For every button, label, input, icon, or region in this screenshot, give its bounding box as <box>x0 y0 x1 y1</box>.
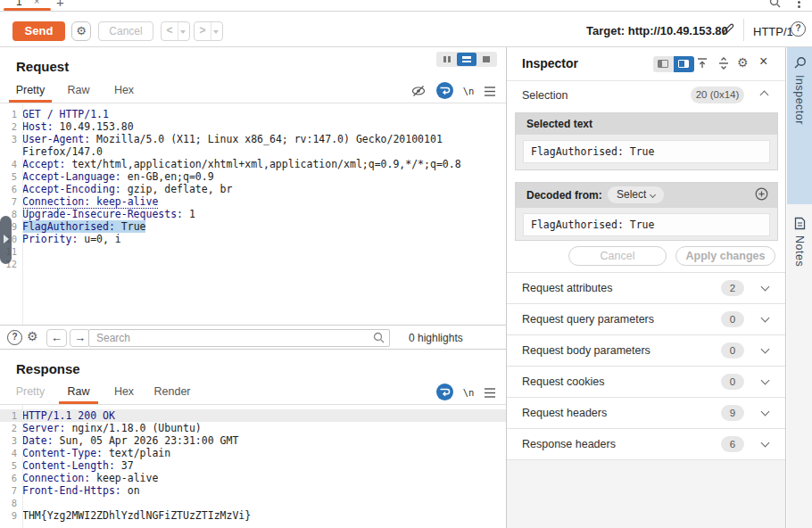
close-tab-icon[interactable]: × <box>34 0 39 6</box>
chevron-down-icon[interactable] <box>761 376 770 385</box>
new-tab-button[interactable]: + <box>56 0 64 10</box>
response-tab-pretty[interactable]: Pretty <box>9 381 52 404</box>
code-line: 4Content-Type: text/plain <box>0 447 506 459</box>
search-settings-icon[interactable]: ⚙ <box>27 329 38 343</box>
section-count-badge: 9 <box>721 405 744 421</box>
soft-wrap-icon[interactable] <box>435 82 454 100</box>
selected-text-value[interactable]: FlagAuthorised: True <box>523 140 770 163</box>
line-number: 4 <box>0 158 22 170</box>
next-dropdown-icon[interactable] <box>213 30 219 34</box>
chevron-down-icon[interactable] <box>761 408 770 417</box>
decoded-from-select[interactable]: Select <box>608 186 664 203</box>
chevron-down-icon[interactable] <box>761 345 770 354</box>
add-decoding-icon[interactable] <box>755 187 768 201</box>
request-tab-hex[interactable]: Hex <box>105 79 143 103</box>
section-count-badge: 6 <box>721 436 744 452</box>
inspector-section-request-query-parameters[interactable]: Request query parameters0 <box>507 303 785 334</box>
code-line: 5Accept-Language: en-GB,en;q=0.9 <box>0 170 506 183</box>
code-line: 4Accept: text/html,application/xhtml+xml… <box>0 158 506 170</box>
expand-all-icon[interactable] <box>717 57 730 70</box>
inspector-section-request-headers[interactable]: Request headers9 <box>507 397 785 428</box>
code-line: 6Accept-Encoding: gzip, deflate, br <box>0 183 506 195</box>
line-number: 6 <box>0 472 22 484</box>
hide-nonprintable-icon[interactable] <box>409 82 428 100</box>
code-line: 11 <box>0 245 506 258</box>
response-tab-raw[interactable]: Raw <box>59 381 98 404</box>
updated-header-underline: Connection: keep-alive <box>22 195 158 209</box>
selection-gutter-marker[interactable] <box>0 216 12 264</box>
panel-layout-switcher <box>436 52 497 67</box>
inspector-section-request-attributes[interactable]: Request attributes2 <box>507 272 785 303</box>
search-help-icon[interactable]: ? <box>7 330 22 345</box>
apply-changes-button[interactable]: Apply changes <box>675 246 775 266</box>
collapse-all-icon[interactable] <box>696 57 708 70</box>
show-newlines-icon[interactable]: \n <box>459 384 478 401</box>
section-count-badge: 0 <box>721 374 744 390</box>
side-tab-notes-label: Notes <box>793 235 806 267</box>
selection-label: Selection <box>522 89 568 102</box>
request-tab-pretty[interactable]: Pretty <box>9 79 52 103</box>
decoded-text-value[interactable]: FlagAuthorised: True <box>523 213 770 236</box>
response-panel-title: Response <box>16 361 80 376</box>
code-line-wrap: Firefox/147.0 <box>0 145 506 158</box>
show-newlines-icon[interactable]: \n <box>459 82 478 100</box>
code-line: 9THM{Yzg2MWI2ZDhlYzdlNGFiZTUzZTIzMzVi} <box>0 509 506 522</box>
request-tab-raw[interactable]: Raw <box>59 79 98 103</box>
request-editor[interactable]: 1GET / HTTP/1.12Host: 10.49.153.803User-… <box>0 103 506 325</box>
target-value: http://10.49.153.80 <box>628 24 728 37</box>
active-tab-underline <box>4 8 51 11</box>
search-prev-button[interactable]: ← <box>46 329 67 347</box>
editor-menu-icon[interactable] <box>480 384 500 401</box>
layout-rows-button[interactable] <box>457 53 476 66</box>
selection-section-header[interactable]: Selection 20 (0x14) <box>507 80 785 111</box>
selected-text-card: Selected text FlagAuthorised: True <box>515 112 778 170</box>
response-tab-render[interactable]: Render <box>148 381 196 404</box>
chevron-down-icon[interactable] <box>761 314 770 323</box>
editor-menu-icon[interactable] <box>480 82 500 100</box>
inspector-settings-icon[interactable]: ⚙ <box>737 55 749 70</box>
inspector-cancel-button[interactable]: Cancel <box>568 246 667 266</box>
search-icon[interactable] <box>769 0 781 8</box>
layout-single-button[interactable] <box>476 53 496 66</box>
layout-columns-button[interactable] <box>437 53 457 66</box>
side-tab-inspector[interactable]: Inspector <box>787 47 812 204</box>
http-version-selector[interactable]: HTTP/1 <box>753 25 793 38</box>
line-number: 5 <box>0 459 22 472</box>
help-icon[interactable]: ? <box>791 21 806 37</box>
code-line: 2Host: 10.49.153.80 <box>0 120 506 133</box>
side-tab-inspector-label: Inspector <box>793 75 806 125</box>
chevron-up-icon[interactable] <box>760 91 769 100</box>
inspector-section-request-cookies[interactable]: Request cookies0 <box>507 366 785 397</box>
send-button[interactable]: Send <box>12 21 65 41</box>
cancel-button[interactable]: Cancel <box>98 21 153 41</box>
inspector-section-response-headers[interactable]: Response headers6 <box>507 428 785 459</box>
prev-request-button[interactable]: < <box>161 21 190 41</box>
inspector-layout-toggle <box>653 56 694 72</box>
send-settings-button[interactable]: ⚙ <box>71 21 91 41</box>
soft-wrap-icon[interactable] <box>435 384 454 401</box>
search-next-button[interactable]: → <box>70 329 90 347</box>
inspector-sections: Request attributes2Request query paramet… <box>507 272 785 459</box>
inspector-section-request-body-parameters[interactable]: Request body parameters0 <box>507 334 785 366</box>
inspector-dock-right-button[interactable] <box>674 56 694 72</box>
inspector-close-icon[interactable]: × <box>759 54 767 70</box>
response-editor[interactable]: 1HTTP/1.1 200 OK2Server: nginx/1.18.0 (U… <box>0 405 506 528</box>
code-line: 7Connection: keep-alive <box>0 195 506 208</box>
highlight-count: 0 highlights <box>409 332 463 344</box>
next-request-button[interactable]: > <box>194 21 223 41</box>
section-label: Request query parameters <box>522 313 654 326</box>
chevron-down-icon[interactable] <box>761 283 770 292</box>
chevron-down-icon[interactable] <box>761 439 770 448</box>
inspector-dock-left-button[interactable] <box>653 56 674 72</box>
edit-target-icon[interactable] <box>721 22 735 37</box>
prev-dropdown-icon[interactable] <box>180 30 186 34</box>
request-view-tabs: Pretty Raw Hex \n <box>0 79 506 103</box>
side-tab-notes[interactable]: Notes <box>787 204 812 302</box>
code-line: 3Date: Sun, 05 Apr 2026 23:31:00 GMT <box>0 434 506 447</box>
search-input[interactable] <box>88 329 390 347</box>
selection-length-badge: 20 (0x14) <box>691 87 744 103</box>
overflow-menu-icon[interactable] <box>798 0 800 10</box>
response-tab-hex[interactable]: Hex <box>105 381 143 404</box>
repeater-toolbar: Send ⚙ Cancel < > Target: http://10.49.1… <box>0 12 812 47</box>
section-label: Request attributes <box>522 282 612 294</box>
